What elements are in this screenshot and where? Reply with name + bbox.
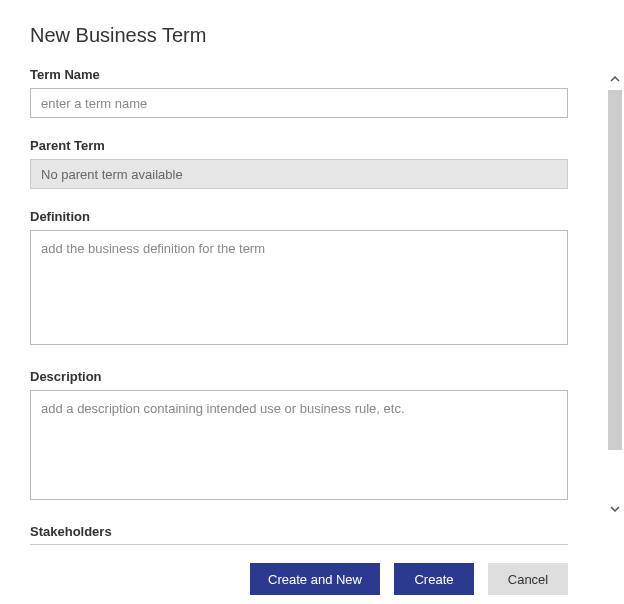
form-container: New Business Term Term Name Parent Term … bbox=[0, 0, 598, 604]
definition-textarea[interactable] bbox=[30, 230, 568, 345]
parent-term-input bbox=[30, 159, 568, 189]
term-name-input[interactable] bbox=[30, 88, 568, 118]
scroll-down-arrow-icon[interactable] bbox=[606, 500, 624, 518]
create-button[interactable]: Create bbox=[394, 563, 474, 595]
create-and-new-button[interactable]: Create and New bbox=[250, 563, 380, 595]
definition-label: Definition bbox=[30, 209, 568, 224]
scroll-up-arrow-icon[interactable] bbox=[606, 70, 624, 88]
parent-term-label: Parent Term bbox=[30, 138, 568, 153]
term-name-label: Term Name bbox=[30, 67, 568, 82]
page-title: New Business Term bbox=[30, 24, 568, 47]
parent-term-group: Parent Term bbox=[30, 138, 568, 189]
button-row: Create and New Create Cancel bbox=[30, 563, 568, 595]
definition-group: Definition bbox=[30, 209, 568, 349]
description-label: Description bbox=[30, 369, 568, 384]
cancel-button[interactable]: Cancel bbox=[488, 563, 568, 595]
description-group: Description bbox=[30, 369, 568, 504]
term-name-group: Term Name bbox=[30, 67, 568, 118]
stakeholders-label: Stakeholders bbox=[30, 524, 568, 545]
scrollbar-thumb[interactable] bbox=[608, 90, 622, 450]
description-textarea[interactable] bbox=[30, 390, 568, 500]
